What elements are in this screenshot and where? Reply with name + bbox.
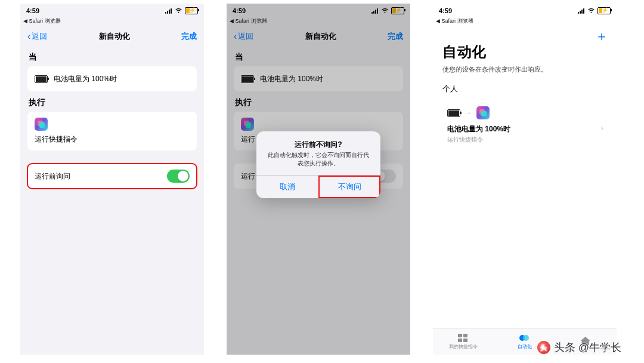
signal-icon xyxy=(578,8,585,14)
battery-full-icon xyxy=(35,75,48,83)
automation-card[interactable]: → 电池电量为 100%时 运行快捷指令 › xyxy=(440,99,609,151)
automation-title: 电池电量为 100%时 xyxy=(447,124,602,134)
dialog-title: 运行前不询问? xyxy=(256,131,380,151)
arrow-icon: → xyxy=(465,109,472,116)
back-to-app[interactable]: ◀ Safari 浏览器 xyxy=(20,17,204,27)
dialog-cancel-button[interactable]: 取消 xyxy=(256,176,318,198)
screen-2: 4:59 ⚡ ◀ Safari 浏览器 ‹返回 新自动化 完成 当 电池电量为 … xyxy=(227,4,410,355)
do-card[interactable]: 运行快捷指令 xyxy=(27,112,197,150)
automation-subtitle: 运行快捷指令 xyxy=(447,136,602,144)
watermark-icon: 头 xyxy=(537,341,550,354)
when-card[interactable]: 电池电量为 100%时 xyxy=(27,66,197,91)
status-time: 4:59 xyxy=(26,7,39,14)
shortcuts-app-icon xyxy=(476,106,490,119)
battery-icon: ⚡ xyxy=(185,7,198,14)
wifi-icon xyxy=(587,8,595,14)
page-subtitle: 使您的设备在条件改变时作出响应。 xyxy=(433,63,617,84)
add-automation-button[interactable]: ＋ xyxy=(595,27,608,45)
chevron-right-icon: › xyxy=(600,123,603,133)
signal-icon xyxy=(165,8,172,14)
grid-icon xyxy=(458,334,469,342)
watermark: 头 头条 @牛学长 xyxy=(537,340,621,355)
when-label: 当 xyxy=(20,46,204,66)
dialog-confirm-button[interactable]: 不询问 xyxy=(318,176,381,198)
ask-before-run-row[interactable]: 运行前询问 xyxy=(27,164,197,189)
wifi-icon xyxy=(175,8,182,14)
battery-full-icon xyxy=(447,109,460,117)
status-bar: 4:59 ⚡ xyxy=(433,4,617,17)
when-text: 电池电量为 100%时 xyxy=(54,74,117,84)
do-label: 执行 xyxy=(20,91,204,112)
status-time: 4:59 xyxy=(439,7,452,14)
back-button[interactable]: ‹返回 xyxy=(27,31,47,42)
tab-my-shortcuts[interactable]: 我的快捷指令 xyxy=(433,328,494,355)
nav-bar: ‹返回 新自动化 完成 xyxy=(20,27,204,46)
automation-icon xyxy=(519,334,529,342)
done-button[interactable]: 完成 xyxy=(181,31,197,42)
screen-1: 4:59 ⚡ ◀ Safari 浏览器 ‹返回 新自动化 完成 当 电池电量为 … xyxy=(20,4,204,355)
dialog-message: 此自动化触发时，它会不询问而自行代表您执行操作。 xyxy=(256,151,380,175)
confirm-dialog: 运行前不询问? 此自动化触发时，它会不询问而自行代表您执行操作。 取消 不询问 xyxy=(256,131,380,198)
nav-title: 新自动化 xyxy=(99,31,130,42)
ask-label: 运行前询问 xyxy=(35,171,70,182)
shortcuts-app-icon xyxy=(35,118,48,131)
status-bar: 4:59 ⚡ xyxy=(20,4,204,17)
do-text: 运行快捷指令 xyxy=(35,134,78,144)
personal-section-label: 个人 xyxy=(433,84,617,99)
battery-icon: ⚡ xyxy=(597,7,611,14)
screen-3: 4:59 ⚡ ◀ Safari 浏览器 ＋ 自动化 使您的设备在条件改变时作出响… xyxy=(433,4,617,355)
ask-toggle[interactable] xyxy=(167,170,190,183)
page-title: 自动化 xyxy=(433,27,617,63)
back-to-app[interactable]: ◀ Safari 浏览器 xyxy=(433,17,617,27)
